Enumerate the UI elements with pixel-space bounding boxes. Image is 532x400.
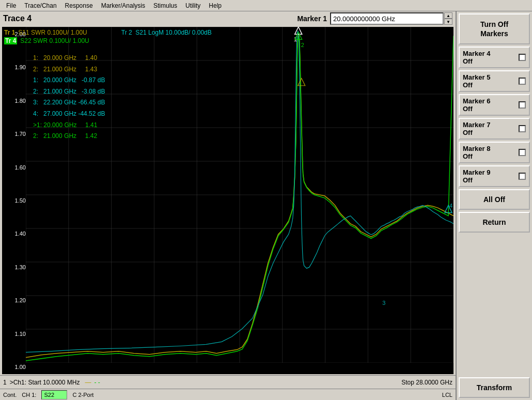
header-row: Trace 4 Marker 1 ▲ ▼ (0, 11, 456, 26)
main-layout: Trace 4 Marker 1 ▲ ▼ Tr 1 S11 SWR 0.100U… (0, 11, 532, 400)
x-stop-val: 28.0000 GHz (416, 379, 452, 386)
marker-label: Marker 1 (297, 14, 327, 23)
status-bar: Cont. CH 1: C 2-Port LCL (0, 389, 456, 400)
tr1-label: S11 SWR 0.100U/ 1.00U (18, 29, 87, 36)
tr4-label: S22 SWR 0.100U/ 1.00U (20, 37, 89, 44)
y-label-100: 1.00 (3, 364, 26, 370)
y-label-130: 1.30 (3, 264, 26, 270)
marker9-row[interactable]: Marker 9Off (459, 165, 530, 187)
port-label: C 2-Port (72, 392, 93, 398)
mdata-row-6: 4: 27.000 GHz -44.52 dB (33, 109, 105, 120)
trace-title: Trace 4 (3, 14, 32, 23)
tr2-label: Tr 2 S21 LogM 10.00dB/ 0.00dB (121, 29, 212, 36)
marker6-checkbox[interactable] (519, 101, 526, 109)
y-label-180: 1.80 (3, 98, 26, 104)
ch-label: CH 1: (22, 392, 36, 398)
chart-panel: Trace 4 Marker 1 ▲ ▼ Tr 1 S11 SWR 0.100U… (0, 11, 456, 400)
svg-marker-26 (298, 79, 305, 86)
marker8-row[interactable]: Marker 8Off (459, 142, 530, 163)
menubar: File Trace/Chan Response Marker/Analysis… (0, 0, 532, 11)
trace-line-indicator: — (85, 379, 91, 386)
marker9-label: Marker 9Off (463, 168, 490, 184)
mdata-row-7: >1: 20.000 GHz 1.41 (33, 120, 105, 131)
svg-text:3: 3 (382, 300, 385, 306)
marker-spinners: ▲ ▼ (444, 12, 452, 25)
y-label-120: 1.20 (3, 297, 26, 303)
lcl-label: LCL (442, 392, 452, 398)
marker8-label: Marker 8Off (463, 145, 490, 160)
marker5-label: Marker 5Off (463, 73, 490, 89)
marker5-row[interactable]: Marker 5Off (459, 70, 530, 92)
spin-down[interactable]: ▼ (444, 19, 452, 25)
menu-utility[interactable]: Utility (181, 1, 205, 10)
mdata-row-2: 2: 21.000 GHz 1.43 (33, 64, 105, 75)
ch-value-input[interactable] (41, 390, 67, 399)
channel-marker: 1 (3, 379, 7, 386)
all-off-button[interactable]: All Off (459, 189, 530, 210)
x-start-label: >Ch1: Start (10, 379, 43, 386)
y-label-150: 1.50 (3, 197, 26, 204)
menu-trace-chan[interactable]: Trace/Chan (20, 1, 60, 10)
trace-line-1: Tr 1 S11 SWR 0.100U/ 1.00U Tr 2 S21 LogM… (4, 29, 451, 36)
tr1-id: Tr 1 (4, 29, 15, 36)
marker6-label: Marker 6Off (463, 97, 490, 113)
marker4-checkbox[interactable] (519, 54, 526, 61)
menu-marker-analysis[interactable]: Marker/Analysis (97, 1, 149, 10)
menu-response[interactable]: Response (61, 1, 97, 10)
y-label-190: 1.90 (3, 64, 26, 70)
x-axis-bar: 1 >Ch1: Start 10.0000 MHz — - - Stop 28.… (0, 375, 456, 389)
trace-line-4: Tr 4 S22 SWR 0.100U/ 1.00U (4, 37, 451, 44)
transform-button[interactable]: Transform (459, 377, 530, 398)
marker8-checkbox[interactable] (519, 149, 526, 156)
y-axis: 2.00 1.90 1.80 1.70 1.60 1.50 1.40 1.30 … (2, 27, 26, 374)
return-button[interactable]: Return (459, 212, 530, 233)
mdata-row-8: 2: 21.000 GHz 1.42 (33, 131, 105, 142)
marker7-label: Marker 7Off (463, 121, 490, 136)
mdata-row-5: 3: 22.200 GHz -66.45 dB (33, 97, 105, 109)
y-label-160: 1.60 (3, 164, 26, 171)
mdata-row-4: 2: 21.000 GHz -3.08 dB (33, 86, 105, 98)
turn-off-markers-button[interactable]: Turn OffMarkers (459, 13, 530, 44)
y-label-110: 1.10 (3, 331, 26, 337)
trace2-indicator: - - (94, 379, 100, 386)
menu-file[interactable]: File (2, 1, 20, 10)
y-label-140: 1.40 (3, 230, 26, 237)
mdata-row-3: 1: 20.000 GHz -0.87 dB (33, 75, 105, 86)
marker4-label: Marker 4Off (463, 50, 490, 65)
chart-container: Tr 1 S11 SWR 0.100U/ 1.00U Tr 2 S21 LogM… (2, 27, 453, 374)
marker7-checkbox[interactable] (519, 125, 526, 132)
marker-freq-input[interactable] (330, 12, 444, 25)
x-start-val: 10.0000 MHz (43, 379, 80, 386)
y-label-170: 1.70 (3, 131, 26, 137)
marker4-row[interactable]: Marker 4Off (459, 47, 530, 68)
mdata-row-1: 1: 20.000 GHz 1.40 (33, 53, 105, 64)
tr4-id: Tr 4 (4, 37, 17, 44)
cont-label: Cont. (3, 392, 17, 398)
menu-help[interactable]: Help (205, 1, 226, 10)
right-panel: Turn OffMarkers Marker 4Off Marker 5Off … (456, 11, 532, 400)
trace-info: Tr 1 S11 SWR 0.100U/ 1.00U Tr 2 S21 LogM… (4, 29, 451, 44)
marker7-row[interactable]: Marker 7Off (459, 118, 530, 140)
spin-up[interactable]: ▲ (444, 12, 452, 19)
svg-text:4: 4 (449, 203, 452, 209)
marker9-checkbox[interactable] (519, 173, 526, 180)
marker-data-overlay: 1: 20.000 GHz 1.40 2: 21.000 GHz 1.43 1:… (33, 53, 105, 142)
x-stop-label: Stop (401, 379, 416, 386)
marker5-checkbox[interactable] (519, 78, 526, 85)
marker6-row[interactable]: Marker 6Off (459, 94, 530, 116)
menu-stimulus[interactable]: Stimulus (149, 1, 181, 10)
